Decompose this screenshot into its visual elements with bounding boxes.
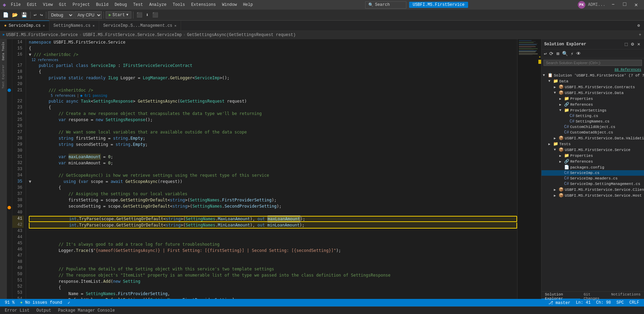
ref-line-5[interactable]: 5 references|● 0/1 passing xyxy=(29,93,517,98)
status-branch[interactable]: ⎇ master xyxy=(546,300,572,305)
tab-management[interactable]: ServiceImp.S...Management.cs ✕ xyxy=(99,21,181,31)
status-warnings[interactable]: ✓ xyxy=(65,300,73,305)
toolbar-undo[interactable]: ↩ xyxy=(32,11,38,19)
menu-window[interactable]: Window xyxy=(219,2,239,8)
tree-properties[interactable]: ▶ 📁 Properties xyxy=(541,96,644,102)
status-no-issues[interactable]: No issues found xyxy=(25,300,62,305)
se-filter-btn[interactable]: 🔍 xyxy=(561,50,569,57)
activity-test-explorer[interactable]: Test Explorer xyxy=(1,63,6,90)
search-icon: 🔍 xyxy=(368,2,373,8)
toolbar-new[interactable]: 📄 xyxy=(1,11,10,19)
code-line-40 xyxy=(29,209,517,216)
tree-service-properties[interactable]: ▶ 📁 Properties xyxy=(541,153,644,159)
ref-line-12[interactable]: 12 references xyxy=(29,58,517,62)
start-button[interactable]: ▶ Start ▼ xyxy=(106,11,131,19)
tab-close-btn[interactable]: ✕ xyxy=(175,24,177,28)
maximize-btn[interactable]: □ xyxy=(620,1,630,8)
status-line-ending[interactable]: CRLF xyxy=(627,300,641,305)
tree-customdata[interactable]: ▶ C# CustomDataObject.cs xyxy=(541,130,644,135)
tree-refs-data[interactable]: ▶ 🔗 References xyxy=(541,102,644,107)
tree-settingnames-cs[interactable]: ▶ C# SettingNames.cs xyxy=(541,119,644,124)
menu-analyze[interactable]: Analyze xyxy=(146,2,169,8)
se-back-btn[interactable]: ↩ xyxy=(543,50,548,57)
toolbar-redo[interactable]: ↪ xyxy=(38,11,44,19)
se-sync-btn[interactable]: ⟳ xyxy=(548,50,554,57)
menu-git[interactable]: Git xyxy=(56,2,69,8)
cpu-config-dropdown[interactable]: Any CPU x64 xyxy=(74,11,102,19)
tab-close-btn[interactable]: ✕ xyxy=(43,24,45,28)
se-tab-notifications[interactable]: Notifications xyxy=(608,292,644,299)
se-collapse-all-btn[interactable]: ⊞ xyxy=(555,50,560,57)
tab-settingnames[interactable]: SettingNames.cs ✕ xyxy=(49,21,99,31)
menu-tools[interactable]: Tools xyxy=(170,2,188,8)
tab-package-manager[interactable]: Package Manager Console xyxy=(55,307,118,314)
breadcrumb-class[interactable]: USBFI.MS.FirstService.Service.ServiceImp xyxy=(83,33,182,37)
tree-validations[interactable]: ▶ 📦 USBFI.MS.FirstService.Data.Validatio… xyxy=(541,135,644,141)
tree-setting-cs[interactable]: ▶ C# Setting.cs xyxy=(541,113,644,119)
se-tab-solution-explorer[interactable]: Solution Explorer xyxy=(541,292,580,299)
se-show-all-btn[interactable]: 👁 xyxy=(575,50,582,57)
tree-serviceimp-headers[interactable]: ▶ C# ServiceImp.Headers.cs xyxy=(541,176,644,181)
user-avatar[interactable]: PK xyxy=(578,1,585,9)
tree-folder-data[interactable]: ▼ 📁 Data xyxy=(541,78,644,84)
tree-label: References xyxy=(570,160,593,164)
se-collapse-btn[interactable]: ⬚ xyxy=(624,40,629,48)
se-tab-git-changes[interactable]: Git Changes xyxy=(580,292,608,299)
refs-badge-1[interactable]: 88 References xyxy=(615,68,641,72)
tree-client-project[interactable]: ▶ 📦 USBFI.MS.FirstService.Service.Client xyxy=(541,187,644,193)
menu-test[interactable]: Test xyxy=(130,2,146,8)
tree-providersettings[interactable]: ▼ 📁 ProviderSettings xyxy=(541,107,644,113)
breadcrumb-project[interactable]: USBFI.MS.FirstService.Service xyxy=(6,33,78,37)
tree-solution[interactable]: ▼ 📋 Solution 'USBFI.MS.FirstService' (7 … xyxy=(541,72,644,78)
debug-config-dropdown[interactable]: Debug Release xyxy=(48,11,74,19)
breadcrumb-sep2: › xyxy=(183,33,186,37)
toolbar-save[interactable]: 💾 xyxy=(20,11,28,19)
status-zoom[interactable]: 91 % xyxy=(3,300,17,305)
code-editor[interactable]: namespace USBFI.MS.FirstService.Service … xyxy=(26,39,517,299)
menu-project[interactable]: Project xyxy=(70,2,93,8)
se-properties-btn[interactable]: ⚡ xyxy=(570,50,574,57)
se-close-btn[interactable]: ✕ xyxy=(636,40,641,48)
menu-help[interactable]: Help xyxy=(240,2,256,8)
se-search-input[interactable] xyxy=(544,60,642,66)
tab-serviceimp[interactable]: ● ServiceImp.cs ✕ xyxy=(0,21,49,31)
tree-packages-config[interactable]: ▶ 📄 packages.config xyxy=(541,164,644,170)
status-col[interactable]: Ch: 98 xyxy=(594,300,613,305)
tree-data-project[interactable]: ▼ 📦 USBFI.MS.FirstService.Data xyxy=(541,90,644,96)
tree-service-project[interactable]: ▼ 📦 USBFI.MS.FirstService.Service xyxy=(541,147,644,153)
status-line[interactable]: Ln: 41 xyxy=(574,300,593,305)
tree-host-project[interactable]: ▶ 📦 USBFI.MS.FirstService.Service.Host xyxy=(541,193,644,198)
minimize-btn[interactable]: – xyxy=(608,1,618,8)
breakpoint-41[interactable] xyxy=(8,206,11,209)
menu-file[interactable]: File xyxy=(8,2,24,8)
toolbar-breakpoints[interactable]: ⬛ xyxy=(151,11,159,19)
menu-view[interactable]: View xyxy=(40,2,56,8)
status-encoding[interactable]: SPC xyxy=(615,300,626,305)
toolbar-step-into[interactable]: ⬇ xyxy=(144,11,150,19)
tree-serviceimp-management[interactable]: ▶ C# ServiceImp.SettingManagement.cs xyxy=(541,181,644,187)
tab-close-btn[interactable]: ✕ xyxy=(93,24,95,28)
breadcrumb-expand[interactable]: + xyxy=(639,33,641,37)
toolbar-step-over[interactable]: ⬛ xyxy=(135,11,144,19)
breadcrumb-method[interactable]: GetSettingsAsync(GetSettingsRequest requ… xyxy=(187,33,296,37)
toolbar-open[interactable]: 📂 xyxy=(11,11,19,19)
tree-customchild[interactable]: ▶ C# CustomChildObject.cs xyxy=(541,124,644,130)
activity-data-tools[interactable]: Data Tools xyxy=(1,40,6,62)
menu-build[interactable]: Build xyxy=(93,2,111,8)
tab-error-list[interactable]: Error List xyxy=(1,307,33,314)
menu-debug[interactable]: Debug xyxy=(112,2,130,8)
close-btn[interactable]: ✕ xyxy=(631,1,641,8)
tree-contracts[interactable]: ▶ 📦 USBFI.MS.FirstService.Contracts xyxy=(541,84,644,90)
tree-service-refs[interactable]: ▶ 🔗 References xyxy=(541,159,644,164)
tree-folder-tests[interactable]: ▶ 📁 Tests xyxy=(541,141,644,147)
tree-serviceimp-cs[interactable]: ▶ C# ServiceImp.cs xyxy=(541,170,644,176)
tab-output[interactable]: Output xyxy=(33,307,55,314)
settings-icon[interactable]: ⚙ xyxy=(636,22,641,29)
breakpoint-22[interactable] xyxy=(8,89,11,92)
menu-edit[interactable]: Edit xyxy=(24,2,39,8)
title-search[interactable]: 🔍 Search xyxy=(365,1,406,9)
se-settings-btn[interactable]: ⚙ xyxy=(630,40,635,48)
start-dropdown-icon[interactable]: ▼ xyxy=(126,13,128,17)
menu-extensions[interactable]: Extensions xyxy=(188,2,218,8)
tree-label: CustomChildObject.cs xyxy=(570,125,615,129)
